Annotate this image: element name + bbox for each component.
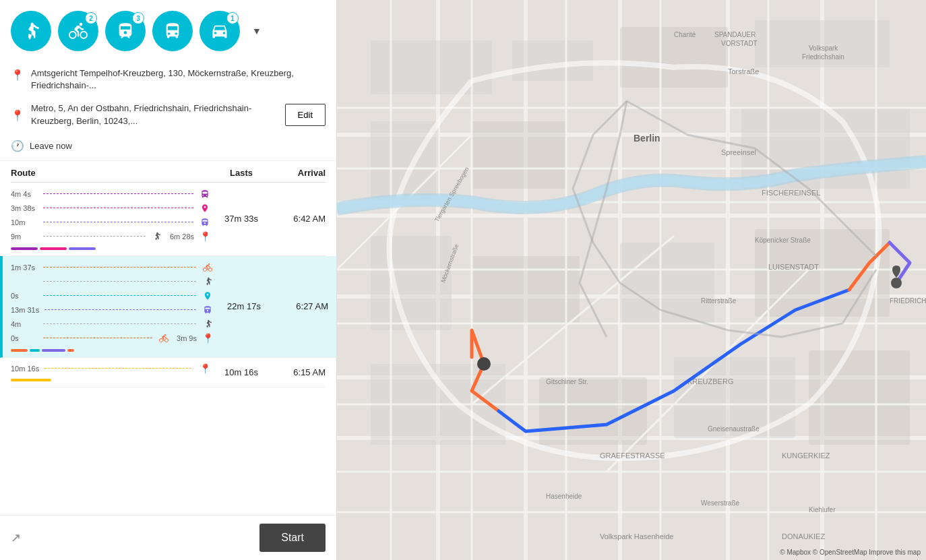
color-bars-1 [11,246,211,250]
route-row-2[interactable]: 1m 37s 0s [0,256,336,358]
svg-rect-20 [472,256,580,323]
dropdown-arrow[interactable]: ▼ [247,23,267,39]
transport-tabs: 2 3 1 ▼ [0,0,336,57]
svg-text:Hasenheide: Hasenheide [546,493,582,500]
svg-text:Torstraße: Torstraße [728,67,759,75]
clock-icon: 🕐 [11,139,24,152]
seg-bike3-icon [158,332,170,344]
bottom-bar: ↗ Start [0,515,336,560]
cursor-indicator: ↗ [11,530,21,545]
origin-pin-icon: 📍 [11,69,24,82]
seg-walk3-icon [202,318,214,330]
svg-text:Charité: Charité [674,31,696,38]
svg-text:Ritterstraße: Ritterstraße [701,297,737,305]
transit-badge: 3 [132,12,144,24]
svg-rect-26 [809,350,910,445]
destination-item: 📍 Metro, 5, An der Ostbahn, Friedrichsha… [11,97,326,132]
svg-text:Volkspark: Volkspark [809,44,838,52]
location-section: 📍 Amtsgericht Tempelhof-Kreuzberg, 130, … [0,57,336,161]
svg-point-71 [891,278,902,288]
header-route: Route [11,168,211,178]
header-lasts: Lasts [211,168,272,178]
dotted-line [43,193,193,194]
seg-tram3-icon [202,304,214,316]
route-2-arrival: 6:27 AM [274,301,328,311]
svg-text:KUNGERKIEZ: KUNGERKIEZ [782,452,830,460]
route-3-segments: 10m 16s 📍 [11,363,211,381]
left-panel: 2 3 1 ▼ 📍 Amtsgericht Tempelhof-Kreuzber… [0,0,337,560]
svg-text:Gneisenaustraße: Gneisenaustraße [708,425,760,433]
route-1-segments: 4m 4s 3m 38s 10m [11,188,211,250]
svg-text:VORSTADT: VORSTADT [721,40,758,47]
segment-1-2: 3m 38s [11,202,211,214]
route-1-lasts: 37m 33s [211,214,272,224]
route-2-lasts: 22m 17s [214,301,274,311]
color-bars-2 [11,348,214,352]
seg-bus-icon [199,188,211,200]
svg-rect-12 [371,40,492,94]
route-row-1[interactable]: 4m 4s 3m 38s 10m [11,183,326,256]
route-2-segments: 1m 37s 0s [11,261,214,352]
tab-bike[interactable]: 2 [58,11,98,51]
tab-car[interactable]: 1 [199,11,240,51]
map-svg: Torstraße Volkspark Friedrichshain SPAND… [337,0,926,560]
map-attribution: © Mapbox © OpenStreetMap Improve this ma… [780,549,921,556]
segment-1-4: 9m 6m 28s 📍 [11,230,211,243]
svg-text:Friedrichshain: Friedrichshain [802,53,844,61]
leave-now-text: Leave now [30,141,72,151]
origin-text: Amtsgericht Tempelhof-Kreuzberg, 130, Mö… [31,67,326,92]
start-button[interactable]: Start [259,524,326,552]
leave-now-row: 🕐 Leave now [11,133,326,155]
svg-text:Köpenicker Straße: Köpenicker Straße [755,237,811,244]
svg-text:Kiehlufer: Kiehlufer [809,506,836,514]
route-row-3[interactable]: 10m 16s 📍 10m 16s 6:15 AM [11,358,326,387]
bike-badge: 2 [85,12,97,24]
svg-text:Gitschiner Str.: Gitschiner Str. [546,378,588,385]
svg-text:Berlin: Berlin [634,133,660,144]
segment-1-3: 10m [11,216,211,228]
edit-button[interactable]: Edit [285,104,326,126]
header-arrival: Arrival [272,168,326,178]
dest-pin-3: 📍 [199,363,211,374]
route-1-arrival: 6:42 AM [272,214,326,224]
dest-pin-2: 📍 [202,333,214,344]
seg-bike2-icon [202,261,214,274]
svg-text:Weserstraße: Weserstraße [701,499,739,507]
car-badge: 1 [226,12,239,24]
segment-1-1: 4m 4s [11,188,211,200]
seg-walk-icon [151,230,163,243]
svg-point-72 [477,357,491,371]
svg-text:Spreeinsel: Spreeinsel [721,148,756,156]
dest-pin-1: 📍 [199,231,211,242]
route-3-lasts: 10m 16s [211,367,272,377]
svg-rect-19 [371,236,452,330]
tab-walk[interactable] [11,11,51,51]
svg-text:DONAUKIEZ: DONAUKIEZ [782,532,825,540]
svg-text:Volkspark Hasenheide: Volkspark Hasenheide [600,532,673,540]
svg-rect-17 [472,121,566,189]
routes-section: Route Lasts Arrival 4m 4s 3m 38s [0,161,336,515]
routes-header: Route Lasts Arrival [11,161,326,183]
origin-item: 📍 Amtsgericht Tempelhof-Kreuzberg, 130, … [11,62,326,97]
seg-metro3-icon [202,290,214,302]
route-3-arrival: 6:15 AM [272,367,326,377]
svg-rect-13 [512,40,593,81]
seg-walk2-icon [202,276,214,288]
svg-text:SPANDAUER: SPANDAUER [714,31,756,38]
seg-metro-icon [199,202,211,214]
svg-text:FRIEDRICHSHAIN: FRIEDRICHSHAIN [890,297,926,305]
color-bars-3 [11,377,211,381]
map-container: Torstraße Volkspark Friedrichshain SPAND… [337,0,926,560]
svg-text:LUISENSTADT: LUISENSTADT [768,263,819,271]
destination-pin-icon: 📍 [11,109,24,122]
tab-bus[interactable] [152,11,193,51]
seg-tram-icon [199,216,211,228]
tab-transit[interactable]: 3 [105,11,146,51]
destination-text: Metro, 5, An der Ostbahn, Friedrichshain… [31,102,278,127]
svg-text:GRAEFESTRASSE: GRAEFESTRASSE [600,452,665,460]
